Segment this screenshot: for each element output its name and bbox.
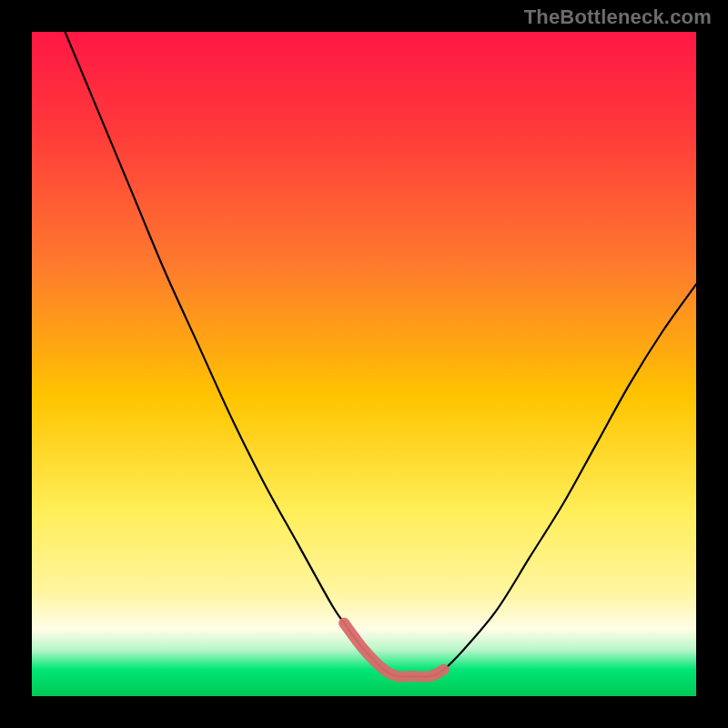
chart-frame: TheBottleneck.com bbox=[0, 0, 728, 728]
chart-svg bbox=[32, 32, 696, 696]
watermark-text: TheBottleneck.com bbox=[524, 5, 712, 29]
chart-background bbox=[32, 32, 696, 696]
plot-area bbox=[32, 32, 696, 696]
